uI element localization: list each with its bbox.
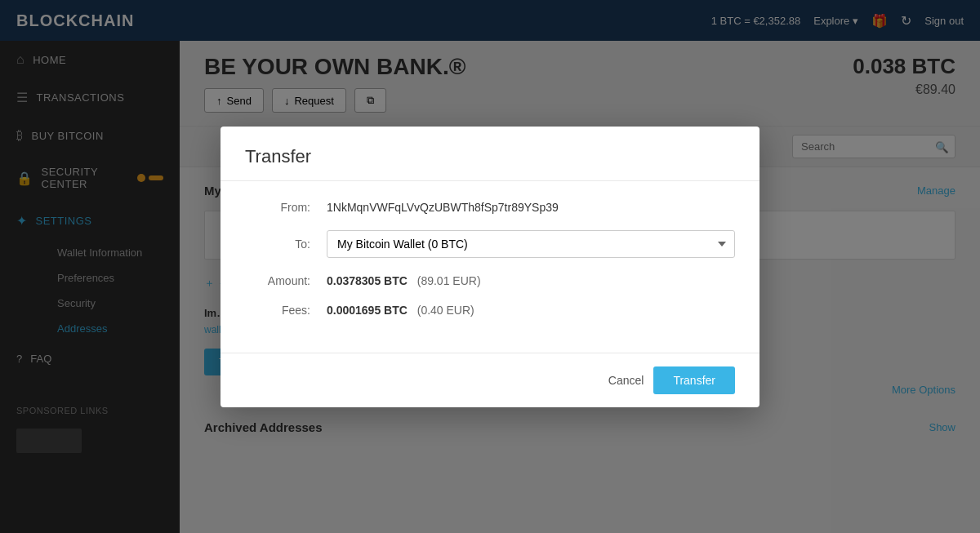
transfer-modal: Transfer From: 1NkMqnVWFqLVvQzUBWTh8fSp7… [220, 127, 760, 407]
modal-to-row: To: My Bitcoin Wallet (0 BTC) [245, 230, 735, 258]
modal-from-row: From: 1NkMqnVWFqLVvQzUBWTh8fSp7tr89YSp39 [245, 201, 735, 214]
modal-amount-eur: (89.01 EUR) [417, 274, 481, 287]
modal-amount-value: 0.0378305 BTC (89.01 EUR) [327, 274, 481, 287]
modal-from-address: 1NkMqnVWFqLVvQzUBWTh8fSp7tr89YSp39 [327, 201, 559, 214]
modal-fees-value: 0.0001695 BTC (0.40 EUR) [327, 304, 474, 317]
modal-amount-btc: 0.0378305 BTC [327, 274, 408, 287]
modal-to-select[interactable]: My Bitcoin Wallet (0 BTC) [327, 230, 735, 258]
modal-amount-label: Amount: [245, 274, 310, 287]
modal-fees-btc: 0.0001695 BTC [327, 304, 408, 317]
modal-fees-row: Fees: 0.0001695 BTC (0.40 EUR) [245, 304, 735, 317]
modal-footer: Cancel Transfer [220, 353, 760, 407]
modal-header: Transfer [220, 127, 760, 181]
modal-fees-eur: (0.40 EUR) [417, 304, 474, 317]
modal-to-label: To: [245, 238, 310, 251]
transfer-button[interactable]: Transfer [653, 366, 735, 394]
modal-title: Transfer [245, 146, 735, 167]
cancel-button[interactable]: Cancel [608, 374, 644, 387]
modal-from-label: From: [245, 201, 310, 214]
modal-amount-row: Amount: 0.0378305 BTC (89.01 EUR) [245, 274, 735, 287]
modal-body: From: 1NkMqnVWFqLVvQzUBWTh8fSp7tr89YSp39… [220, 181, 760, 353]
modal-overlay: Transfer From: 1NkMqnVWFqLVvQzUBWTh8fSp7… [0, 0, 980, 533]
modal-fees-label: Fees: [245, 304, 310, 317]
